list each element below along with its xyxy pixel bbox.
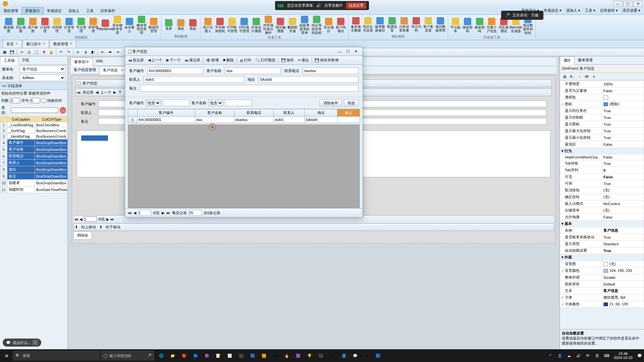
prop-row[interactable]: ▾ 基本 [560,221,644,227]
m-f5-input[interactable] [258,76,359,83]
pause-icon[interactable]: ⏸ [82,49,89,55]
prop-row[interactable]: 显示控制框True [560,114,644,121]
clock[interactable]: 19:462024-10-20 [612,352,635,360]
prop-row[interactable]: 允许拖拽False [560,214,644,221]
prop-row[interactable]: 是否检查表格改动True [560,234,644,241]
modal-grid-area[interactable] [128,124,360,208]
menu-tab-1[interactable]: 开发设计 [21,7,44,15]
field-row[interactable]: 11创建时间BoxDateTimePicke [0,186,68,193]
clear-filter-button[interactable]: 清除条件 [320,99,342,107]
prop-row[interactable]: >字体颜色21, 66, 139 [560,301,644,308]
ms-op1[interactable]: 包含 [146,100,161,106]
right-menu-5[interactable]: 语言设置 ▾ [621,7,642,14]
prop-row[interactable]: 显示到任务栏True [560,108,644,114]
ribbon-2-2[interactable]: FTP客号管理 [226,17,238,33]
prop-row[interactable]: 名称客户信息 [560,227,644,234]
field-row[interactable]: 7联系人BoxDropDownBox [0,160,68,166]
search-input[interactable] [11,108,58,113]
prop-row[interactable]: Tab序列0 [560,167,644,174]
field-row[interactable]: 4客户编号BoxDropDownBox [0,139,68,146]
close-icon[interactable]: ✕ [69,42,72,47]
prop-row[interactable]: ▾ 行为 [560,148,644,155]
next-label[interactable]: 下 [118,90,122,95]
tray-cloud-icon[interactable]: ☁ [565,354,574,358]
ime-zh[interactable]: 中 [584,353,592,358]
field-row[interactable]: 2_SortFlagBoxNumericComb [0,128,68,134]
ribbon-4-1[interactable]: 修改密码 [462,17,474,33]
chat-bubble[interactable]: 💬 说点什么... ‹ [3,339,41,347]
prop-row[interactable]: >图标(图标) [560,101,644,108]
mpg-page[interactable] [138,210,151,216]
ribbon-1-2[interactable]: 系统 [187,19,199,31]
app-9[interactable]: 🔥 [281,349,292,362]
ribbon-2-7[interactable]: 删除附关项 [286,17,299,33]
chevron-left-icon[interactable]: ‹ [33,340,38,345]
modal-close[interactable]: ✕ [352,49,360,54]
app-3[interactable]: 📝 [213,349,224,362]
new-icon[interactable]: ▦ [1,49,8,55]
ribbon-3-5[interactable]: 导出代码 [410,17,422,33]
ribbon-0-11[interactable]: 整体管理层管理 [136,15,148,35]
lock-icon[interactable]: 🔒 [48,49,55,55]
menu-tab-5[interactable]: 日常操作 [97,7,118,14]
ribbon-2-8[interactable]: 刷新界面系统菜单 [299,15,311,35]
tray-up-icon[interactable]: ^ [546,354,555,358]
search-clear-icon[interactable]: — [60,107,66,114]
close-button[interactable]: ✕ [633,1,643,7]
m-f3-input[interactable] [303,67,359,74]
modal-tb-4[interactable]: ➕新增 [205,57,220,63]
ribbon-2-3[interactable]: OSS客号管理 [238,17,250,33]
ribbon-3-6[interactable]: 客户客设置 [422,17,434,33]
app-14[interactable]: ✳ [361,349,372,362]
tab-form-mgr[interactable]: 窗体管理 [575,56,596,64]
ribbon-0-1[interactable]: SQL视图 [15,17,27,33]
pg-first-icon[interactable]: ⏮ [74,217,78,221]
align-right-icon[interactable]: ⇥ [114,49,121,55]
field-row[interactable]: 1_LockRowFlagBoxCheckBox [0,122,68,128]
ribbon-4-2[interactable]: 修改密码 [474,17,486,33]
prop-row[interactable]: 整体外观Sizable [560,274,644,281]
seq-input[interactable] [30,98,40,103]
app-edge[interactable]: 🌐 [156,349,167,362]
app-vs[interactable]: 🟣 [201,349,213,362]
right-menu-4[interactable]: 日常操作 ▾ [598,7,620,14]
ribbon-0-10[interactable]: 命令窗口 [123,17,136,33]
prop-row[interactable]: 显示最大化按钮True [560,128,644,134]
prop-row[interactable]: 透明色 [560,94,644,101]
pg-last-icon[interactable]: ⏭ [110,217,114,221]
categorize-icon[interactable]: ▤ [561,73,568,79]
prop-row[interactable]: 输入法模式NoControl [560,200,644,207]
prop-row[interactable]: 文本客户信息 [560,288,644,294]
mpg-prev-icon[interactable]: ◀ [133,211,136,215]
prop-row[interactable]: 可用True [560,180,644,187]
ribbon-3-3[interactable]: 取源设置 [386,17,398,33]
ribbon-2-1[interactable]: 不对称加密机 [214,17,226,33]
align-left-icon[interactable]: ⇤ [99,49,106,55]
new-selected-control-button[interactable]: 新建所选控件 [29,91,51,96]
menu-tab-2[interactable]: 常规设定 [44,7,65,14]
right-menu-1[interactable]: 常规设定 ▾ [542,7,564,14]
prop-row[interactable]: 显示类型Standard [560,241,644,247]
doc-tab-0[interactable]: 首页✕ [3,40,22,48]
ribbon-0-9[interactable]: 菜右键菜单管理 [111,15,123,35]
modal-tb-3[interactable]: ⏭尾记录 [183,57,202,63]
run-icon[interactable]: ▶ [75,49,82,55]
minimize-button[interactable]: — [613,1,623,7]
prop-row[interactable]: 右键菜单(无) [560,207,644,214]
app-word[interactable]: 📘 [338,349,350,362]
menu-tab-4[interactable]: 工具 [83,7,97,14]
tab-fields[interactable]: 字段 [18,56,33,64]
save-icon[interactable]: 💾 [9,49,15,55]
props-grid[interactable]: 不透明度100%是否为父窗体False透明色>图标(图标)显示到任务栏True显… [560,80,644,329]
table-row[interactable]: 1KH-00000001dsadsadsadsASSAdafd [128,117,360,123]
prev-label[interactable]: 上一个 [100,90,111,95]
ribbon-3-0[interactable]: 备份项主数据 [350,17,362,33]
move-up-icon[interactable]: ⬆ [75,225,78,229]
ime-en[interactable]: 英 [593,353,602,358]
ribbon-0-3[interactable]: 计划管理 [39,17,51,33]
right-menu-2[interactable]: 添加人 ▾ [564,7,582,14]
ribbon-2-10[interactable]: 导出项目 [323,17,335,33]
field-list-header[interactable]: << 字段清单 [0,82,67,90]
prop-row[interactable]: 最顶层False [560,141,644,148]
prop-row[interactable]: >字体微软雅黑, 9pt [560,294,644,301]
